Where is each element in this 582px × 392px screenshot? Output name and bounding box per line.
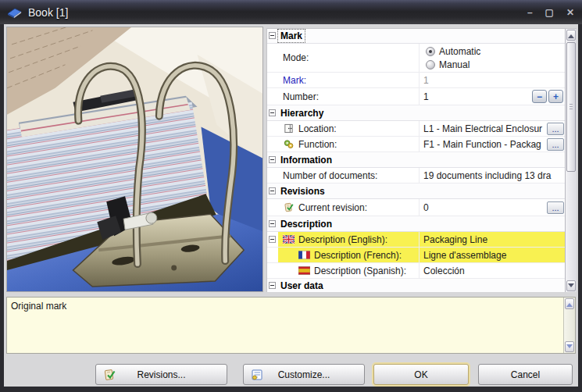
desc-en-label: Description (English): xyxy=(298,234,387,245)
collapse-information-icon[interactable] xyxy=(269,156,276,163)
gutter xyxy=(267,248,278,262)
gutter xyxy=(267,88,278,105)
section-user-data[interactable]: User data xyxy=(267,279,566,292)
row-description-french[interactable]: Description (French): Ligne d'assemblage xyxy=(267,248,566,263)
spain-flag-icon xyxy=(298,265,310,276)
location-browse-button[interactable]: ... xyxy=(547,123,564,135)
radio-selected-icon xyxy=(426,47,435,56)
customize-button[interactable]: Customize... xyxy=(243,364,365,385)
section-hierarchy[interactable]: Hierarchy xyxy=(267,105,566,121)
notes-scroll-down-icon[interactable] xyxy=(565,341,574,352)
number-label: Number: xyxy=(278,88,420,105)
revisions-button[interactable]: Revisions... xyxy=(95,364,227,385)
minimize-icon[interactable]: – xyxy=(527,8,533,17)
ok-button-label: OK xyxy=(414,369,427,380)
row-description-english[interactable]: Description (English): Packaging Line xyxy=(267,232,566,248)
cancel-button-label: Cancel xyxy=(511,369,540,380)
row-documents[interactable]: Number of documents: 19 documents includ… xyxy=(267,168,566,184)
uk-flag-icon xyxy=(283,234,295,244)
collapse-mark-icon[interactable] xyxy=(269,32,276,39)
scroll-up-icon[interactable] xyxy=(566,30,576,41)
radio-unselected-icon xyxy=(426,60,435,69)
section-description[interactable]: Description xyxy=(267,216,566,232)
number-increment-button[interactable]: + xyxy=(548,90,563,103)
revision-icon xyxy=(283,202,295,212)
current-revision-value-cell[interactable]: 0 ... xyxy=(420,199,566,216)
current-revision-label: Current revision: xyxy=(298,202,367,213)
collapse-user-data-icon[interactable] xyxy=(269,282,276,289)
row-function[interactable]: Function: F1 - Main Function - Packag ..… xyxy=(267,137,566,152)
section-information[interactable]: Information xyxy=(267,152,566,168)
function-label: Function: xyxy=(298,139,337,150)
collapse-english-icon[interactable] xyxy=(269,236,276,243)
section-revisions-title: Revisions xyxy=(278,185,327,198)
desc-es-label: Description (Spanish): xyxy=(314,265,406,276)
number-decrement-button[interactable]: − xyxy=(532,90,547,103)
row-number[interactable]: Number: 1 − + xyxy=(267,88,566,105)
current-revision-value: 0 xyxy=(423,202,429,213)
gutter xyxy=(267,199,278,216)
gutter xyxy=(267,121,278,136)
radio-automatic[interactable]: Automatic xyxy=(426,46,480,57)
section-hierarchy-title: Hierarchy xyxy=(278,107,326,119)
function-icon xyxy=(283,139,295,149)
row-mode[interactable]: Mode: Automatic Manual xyxy=(267,44,566,73)
desc-en-value[interactable]: Packaging Line xyxy=(420,232,566,247)
location-label-cell: Location: xyxy=(278,121,420,136)
window-title: Book [1] xyxy=(28,6,68,19)
mode-label: Mode: xyxy=(278,44,420,72)
mark-label: Mark: xyxy=(278,73,420,87)
revisions-button-icon xyxy=(103,369,116,381)
cancel-button[interactable]: Cancel xyxy=(478,364,573,385)
location-icon xyxy=(283,123,295,134)
function-browse-button[interactable]: ... xyxy=(547,138,564,151)
current-revision-label-cell: Current revision: xyxy=(278,199,420,216)
row-current-revision[interactable]: Current revision: 0 ... xyxy=(267,199,566,216)
row-description-spanish[interactable]: Description (Spanish): Colección xyxy=(267,263,566,279)
collapse-revisions-icon[interactable] xyxy=(269,187,276,194)
row-mark[interactable]: Mark: 1 xyxy=(267,73,566,88)
gutter xyxy=(267,263,278,278)
location-value: L1 - Main Electrical Enclosur xyxy=(423,123,542,134)
function-value-cell[interactable]: F1 - Main Function - Packag ... xyxy=(420,137,566,151)
gutter xyxy=(267,137,278,151)
ok-button[interactable]: OK xyxy=(373,364,469,385)
notes-scrollbar[interactable] xyxy=(563,298,575,353)
function-label-cell: Function: xyxy=(278,137,420,151)
close-icon[interactable]: ✕ xyxy=(566,8,574,17)
desc-es-value[interactable]: Colección xyxy=(420,263,566,278)
book-icon xyxy=(6,6,23,19)
scroll-down-icon[interactable] xyxy=(566,280,576,291)
desc-en-label-cell: Description (English): xyxy=(278,232,420,247)
current-revision-browse-button[interactable]: ... xyxy=(547,201,564,214)
section-mark-title: Mark xyxy=(278,30,305,42)
location-value-cell[interactable]: L1 - Main Electrical Enclosur ... xyxy=(420,121,566,136)
desc-fr-label: Description (French): xyxy=(314,250,402,261)
radio-manual-label: Manual xyxy=(439,59,470,70)
collapse-description-icon[interactable] xyxy=(269,220,276,227)
mode-value: Automatic Manual xyxy=(420,44,566,72)
grid-scrollbar-thumb[interactable] xyxy=(566,42,576,172)
section-revisions[interactable]: Revisions xyxy=(267,184,566,199)
notes-scroll-up-icon[interactable] xyxy=(565,298,574,309)
documents-label: Number of documents: xyxy=(278,168,420,183)
window-controls: – ▢ ✕ xyxy=(527,8,574,17)
grid-scrollbar[interactable] xyxy=(565,29,577,292)
section-description-title: Description xyxy=(278,218,334,230)
radio-manual[interactable]: Manual xyxy=(426,59,470,70)
radio-automatic-label: Automatic xyxy=(439,46,480,57)
desc-fr-value[interactable]: Ligne d'assemblage xyxy=(420,248,566,262)
gutter xyxy=(267,168,278,183)
gutter xyxy=(267,232,278,247)
notes-input[interactable]: Original mark xyxy=(11,301,559,312)
titlebar[interactable]: Book [1] – ▢ ✕ xyxy=(0,0,582,24)
maximize-icon[interactable]: ▢ xyxy=(545,8,554,17)
section-mark[interactable]: Mark xyxy=(267,29,566,44)
collapse-hierarchy-icon[interactable] xyxy=(269,109,276,116)
documents-value: 19 documents including 13 dra xyxy=(420,168,566,183)
number-value-cell[interactable]: 1 − + xyxy=(420,88,566,105)
section-user-data-title: User data xyxy=(278,280,326,292)
binder-photo xyxy=(6,27,263,292)
row-location[interactable]: Location: L1 - Main Electrical Enclosur … xyxy=(267,121,566,137)
desc-es-label-cell: Description (Spanish): xyxy=(278,263,420,278)
